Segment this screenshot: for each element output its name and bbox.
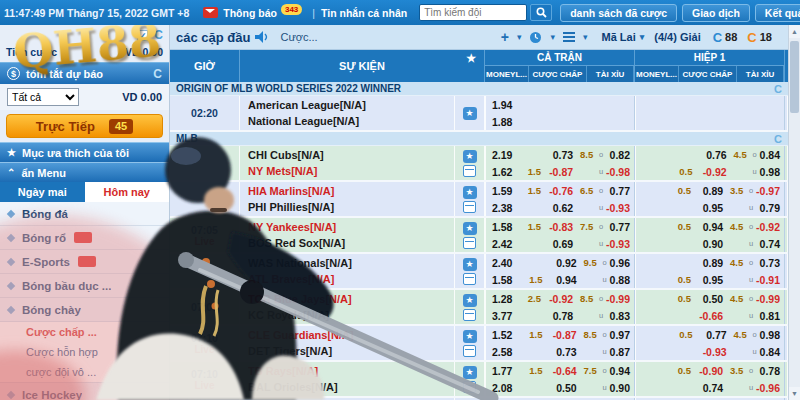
odds-value[interactable]: 0.87: [610, 346, 630, 358]
favorite-star-button[interactable]: ★: [463, 366, 477, 379]
topbar-nav-danh-s-ch-c-c[interactable]: danh sách đã cược: [560, 4, 677, 22]
favorite-star-button[interactable]: ★: [463, 330, 477, 343]
odds-value[interactable]: 0.77: [610, 221, 630, 233]
odds-value[interactable]: 1.58: [492, 221, 512, 233]
team-name[interactable]: KC Royals[N/A]: [248, 307, 454, 323]
scroll-up-arrow[interactable]: ▲: [789, 25, 800, 38]
odds-value[interactable]: 0.78: [553, 310, 573, 322]
odds-value[interactable]: -0.92: [756, 221, 780, 233]
favorites-button[interactable]: ★ Mục ưa thích của tôi: [0, 142, 169, 162]
odds-value[interactable]: 1.59: [492, 185, 512, 197]
calendar-icon[interactable]: [463, 309, 476, 321]
odds-value[interactable]: 0.96: [610, 257, 630, 269]
favorite-star-button[interactable]: ★: [463, 186, 477, 199]
messages-link[interactable]: Tin nhắn cá nhân: [321, 7, 407, 19]
odds-value[interactable]: 0.77: [610, 185, 630, 197]
odds-value[interactable]: -0.96: [756, 382, 780, 394]
odds-value[interactable]: 0.74: [703, 382, 723, 394]
topbar-nav-giao-d-ch[interactable]: Giao dịch: [682, 4, 750, 22]
odds-value[interactable]: 0.79: [760, 202, 780, 214]
sidebar-tab-ng-y-mai[interactable]: Ngày mai: [0, 182, 85, 202]
odds-value[interactable]: 3.77: [492, 310, 512, 322]
odds-value[interactable]: 0.84: [760, 149, 780, 161]
odds-value[interactable]: -0.87: [549, 166, 573, 178]
odds-value[interactable]: 0.50: [703, 293, 723, 305]
team-name[interactable]: American League[N/A]: [248, 97, 454, 113]
calendar-icon[interactable]: [463, 381, 476, 393]
odds-value[interactable]: -0.91: [756, 274, 780, 286]
odds-value[interactable]: -0.87: [553, 329, 577, 341]
blue-counter[interactable]: C 88: [713, 30, 738, 45]
odds-value[interactable]: 0.78: [760, 365, 780, 377]
odds-format-select[interactable]: Mã Lai ▾: [601, 31, 644, 43]
favorite-star-button[interactable]: ★: [463, 294, 477, 307]
refresh-icon[interactable]: C: [774, 83, 782, 95]
forecast-panel-header[interactable]: $ tóm tắt dự báo C: [0, 62, 169, 84]
odds-value[interactable]: -0.93: [606, 202, 630, 214]
odds-value[interactable]: 0.90: [703, 238, 723, 250]
team-name[interactable]: WAS Nationals[N/A]: [248, 255, 454, 271]
sidebar-subitem-c-c-h-n-h-p[interactable]: Cược hỗn hợp: [0, 342, 169, 362]
odds-value[interactable]: 0.62: [553, 202, 573, 214]
team-name[interactable]: HIA Marlins[N/A]: [248, 183, 454, 199]
odds-value[interactable]: -0.97: [756, 185, 780, 197]
hide-menu-button[interactable]: ⌃ ẩn Menu: [0, 162, 169, 182]
favorite-star-button[interactable]: ★: [463, 150, 477, 163]
forecast-filter-select[interactable]: Tất cả: [7, 88, 79, 106]
team-name[interactable]: TB Rays[N/A]: [248, 363, 454, 379]
add-icon[interactable]: +: [501, 29, 509, 45]
caret-down-icon[interactable]: ▾: [517, 32, 522, 42]
odds-value[interactable]: 1.62: [492, 166, 512, 178]
odds-value[interactable]: -0.64: [553, 365, 577, 377]
team-name[interactable]: BOS Red Sox[N/A]: [248, 235, 454, 251]
vertical-scrollbar[interactable]: ▲ ▼: [788, 25, 800, 400]
odds-value[interactable]: 0.97: [610, 329, 630, 341]
odds-value[interactable]: 0.73: [553, 149, 573, 161]
refresh-icon[interactable]: C: [153, 67, 162, 81]
team-name[interactable]: DET Tigers[N/A]: [248, 343, 454, 359]
odds-value[interactable]: 2.40: [492, 257, 512, 269]
scroll-down-arrow[interactable]: ▼: [789, 387, 800, 400]
orange-counter[interactable]: C 18: [747, 30, 772, 45]
odds-value[interactable]: 1.94: [492, 99, 512, 111]
odds-value[interactable]: 0.83: [610, 310, 630, 322]
team-name[interactable]: ATL Braves[N/A]: [248, 271, 454, 287]
odds-value[interactable]: -0.90: [699, 365, 723, 377]
odds-value[interactable]: 0.73: [760, 257, 780, 269]
calendar-icon[interactable]: [463, 273, 476, 285]
scrollbar-thumb[interactable]: [790, 41, 799, 113]
calendar-icon[interactable]: [463, 237, 476, 249]
odds-value[interactable]: 0.74: [760, 238, 780, 250]
sidebar-item-e-sports[interactable]: E-Sports: [0, 250, 169, 274]
odds-value[interactable]: 0.94: [703, 221, 723, 233]
odds-value[interactable]: 0.69: [553, 238, 573, 250]
refresh-icon[interactable]: C: [774, 133, 782, 145]
odds-value[interactable]: 2.08: [492, 382, 512, 394]
odds-value[interactable]: 0.89: [703, 185, 723, 197]
odds-value[interactable]: 0.95: [703, 274, 723, 286]
odds-value[interactable]: 0.84: [760, 346, 780, 358]
odds-value[interactable]: -0.76: [549, 185, 573, 197]
odds-value[interactable]: 0.98: [760, 329, 780, 341]
team-name[interactable]: National League[N/A]: [248, 113, 454, 129]
team-name[interactable]: CLE Guardians[N/A]: [248, 327, 454, 343]
odds-value[interactable]: 0.88: [610, 274, 630, 286]
odds-value[interactable]: 0.77: [706, 329, 726, 341]
star-icon[interactable]: ★: [466, 52, 476, 65]
odds-value[interactable]: -0.92: [703, 166, 727, 178]
team-name[interactable]: CHI Cubs[N/A]: [248, 147, 454, 163]
odds-value[interactable]: 2.42: [492, 238, 512, 250]
notice-link[interactable]: Thông báo: [223, 7, 277, 19]
speaker-icon[interactable]: [255, 31, 270, 43]
sidebar-subitem-c-c-ch-p[interactable]: Cược chấp ...: [0, 322, 169, 342]
search-icon[interactable]: [530, 4, 552, 21]
refresh-icon[interactable]: C: [154, 28, 163, 42]
sidebar-item-ice-hockey[interactable]: Ice Hockey: [0, 383, 169, 400]
sidebar-item-b-ng-r[interactable]: Bóng rổ: [0, 226, 169, 250]
odds-value[interactable]: 2.38: [492, 202, 512, 214]
odds-value[interactable]: 0.95: [703, 202, 723, 214]
odds-value[interactable]: 0.94: [610, 365, 630, 377]
sidebar-tab-h-m-nay[interactable]: Hôm nay: [85, 182, 170, 202]
odds-value[interactable]: 1.52: [492, 329, 512, 341]
odds-value[interactable]: -0.93: [606, 238, 630, 250]
